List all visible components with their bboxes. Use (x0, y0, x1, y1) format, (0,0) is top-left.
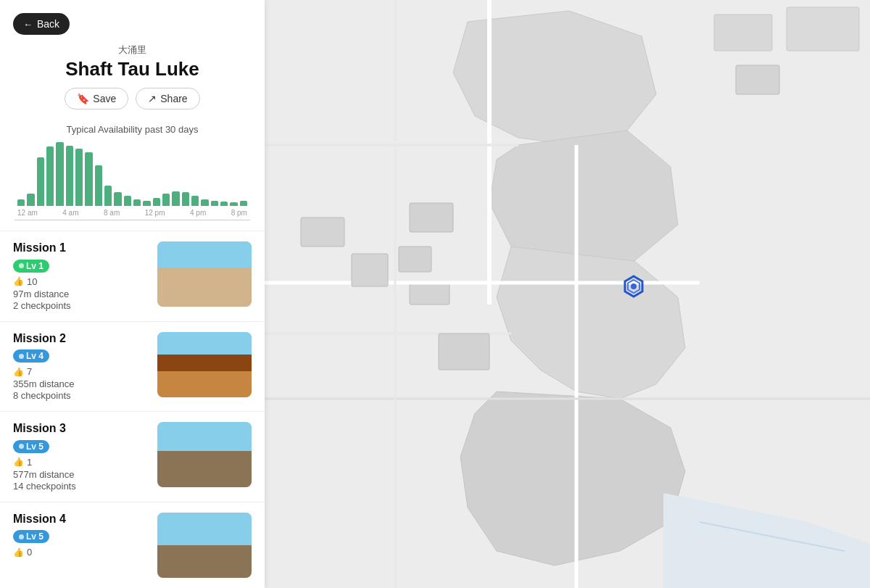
mission-item[interactable]: Mission 3 Lv 5 👍 1 577m distance 14 chec… (0, 411, 265, 502)
mission-likes: 👍 0 (13, 547, 149, 558)
mission-item[interactable]: Mission 2 Lv 4 👍 7 355m distance 8 check… (0, 321, 265, 412)
badge-dot-icon (19, 534, 24, 539)
svg-rect-19 (787, 7, 859, 51)
mission-title: Mission 3 (13, 422, 149, 435)
chart-bar (27, 194, 34, 206)
chart-bar (153, 198, 160, 206)
chart-bar (220, 202, 228, 206)
back-button[interactable]: ← Back (13, 13, 70, 35)
svg-rect-15 (439, 334, 489, 370)
mission-image (157, 513, 252, 578)
mission-likes: 👍 10 (13, 276, 149, 287)
chart-bar (143, 201, 150, 206)
svg-rect-5 (410, 203, 453, 232)
chart-title: Typical Availability past 30 days (14, 124, 250, 135)
x-axis-label: 4 pm (190, 209, 206, 217)
chart-bar (124, 196, 131, 206)
mission-title: Mission 2 (13, 332, 149, 345)
mission-distance: 97m distance (13, 289, 149, 299)
badge-dot-icon (19, 444, 24, 449)
mission-checkpoints: 14 checkpoints (13, 481, 149, 492)
chart-bar (56, 142, 63, 206)
mission-photo (157, 332, 252, 397)
share-button[interactable]: ↗ Share (136, 88, 199, 109)
page-title: Shaft Tau Luke (14, 58, 250, 80)
mission-info: Mission 1 Lv 1 👍 10 97m distance 2 check… (13, 241, 149, 311)
x-axis-label: 8 pm (231, 209, 247, 217)
sidebar: ← Back 大涌里 Shaft Tau Luke 🔖 Save ↗ Share… (0, 0, 265, 588)
chart-bar (75, 149, 83, 206)
svg-point-23 (631, 283, 637, 289)
chart-bar (133, 199, 141, 206)
badge-dot-icon (19, 263, 24, 268)
save-button[interactable]: 🔖 Save (65, 88, 128, 109)
chart-bar (162, 194, 170, 206)
x-axis-label: 4 am (62, 209, 78, 217)
badge-dot-icon (19, 354, 24, 359)
chart-bar (66, 146, 73, 206)
x-axis-label: 12 pm (145, 209, 165, 217)
mission-info: Mission 4 Lv 5 👍 0 (13, 513, 149, 560)
mission-title: Mission 1 (13, 241, 149, 254)
chart-bar (182, 192, 189, 206)
mission-likes: 👍 7 (13, 366, 149, 377)
svg-rect-20 (736, 65, 779, 94)
map-area[interactable] (265, 0, 870, 588)
mission-checkpoints: 2 checkpoints (13, 300, 149, 311)
subtitle-cn: 大涌里 (14, 44, 250, 57)
chart-bar (46, 146, 54, 206)
mission-title: Mission 4 (13, 513, 149, 526)
level-badge: Lv 5 (13, 530, 49, 543)
x-axis-labels: 12 am4 am8 am12 pm4 pm8 pm (14, 206, 250, 217)
chart-bar (114, 192, 121, 206)
svg-rect-18 (714, 15, 772, 51)
bar-chart: 12 am4 am8 am12 pm4 pm8 pm (14, 141, 250, 220)
chart-bar (104, 186, 112, 206)
mission-image (157, 241, 252, 307)
save-icon: 🔖 (77, 93, 89, 104)
chart-bar (211, 201, 218, 206)
svg-rect-7 (410, 283, 450, 305)
chart-bar (230, 202, 237, 206)
location-pin (622, 275, 645, 301)
chart-bar (201, 199, 208, 206)
level-badge: Lv 5 (13, 440, 49, 453)
mission-item[interactable]: Mission 4 Lv 5 👍 0 (0, 502, 265, 588)
thumb-icon: 👍 (13, 276, 24, 286)
bars-wrapper (14, 141, 250, 206)
share-icon: ↗ (148, 93, 157, 104)
back-arrow-icon: ← (23, 19, 33, 30)
mission-distance: 355m distance (13, 378, 149, 389)
title-area: 大涌里 Shaft Tau Luke 🔖 Save ↗ Share (0, 35, 265, 124)
mission-image (157, 332, 252, 397)
level-badge: Lv 4 (13, 349, 49, 363)
action-buttons: 🔖 Save ↗ Share (14, 88, 250, 109)
thumb-icon: 👍 (13, 547, 24, 558)
chart-bar (17, 199, 25, 206)
svg-rect-6 (399, 247, 431, 272)
thumb-icon: 👍 (13, 367, 24, 377)
mission-image (157, 422, 252, 487)
level-badge: Lv 1 (13, 260, 49, 273)
chart-bar (240, 201, 247, 206)
mission-photo (157, 241, 252, 307)
svg-rect-16 (352, 254, 388, 286)
mission-photo (157, 513, 252, 578)
mission-photo (157, 422, 252, 487)
mission-distance: 577m distance (13, 469, 149, 480)
chart-bar (95, 165, 102, 206)
chart-bar (85, 152, 92, 206)
x-axis-label: 12 am (17, 209, 38, 217)
thumb-icon: 👍 (13, 457, 24, 467)
mission-info: Mission 2 Lv 4 👍 7 355m distance 8 check… (13, 332, 149, 402)
chart-bar (172, 191, 179, 206)
mission-info: Mission 3 Lv 5 👍 1 577m distance 14 chec… (13, 422, 149, 492)
chart-bar (37, 157, 44, 206)
mission-likes: 👍 1 (13, 457, 149, 468)
x-axis-label: 8 am (104, 209, 120, 217)
missions-list: Mission 1 Lv 1 👍 10 97m distance 2 check… (0, 231, 265, 588)
mission-item[interactable]: Mission 1 Lv 1 👍 10 97m distance 2 check… (0, 231, 265, 321)
map-svg (265, 0, 870, 588)
availability-chart-section: Typical Availability past 30 days 12 am4… (0, 124, 265, 231)
mission-checkpoints: 8 checkpoints (13, 390, 149, 401)
